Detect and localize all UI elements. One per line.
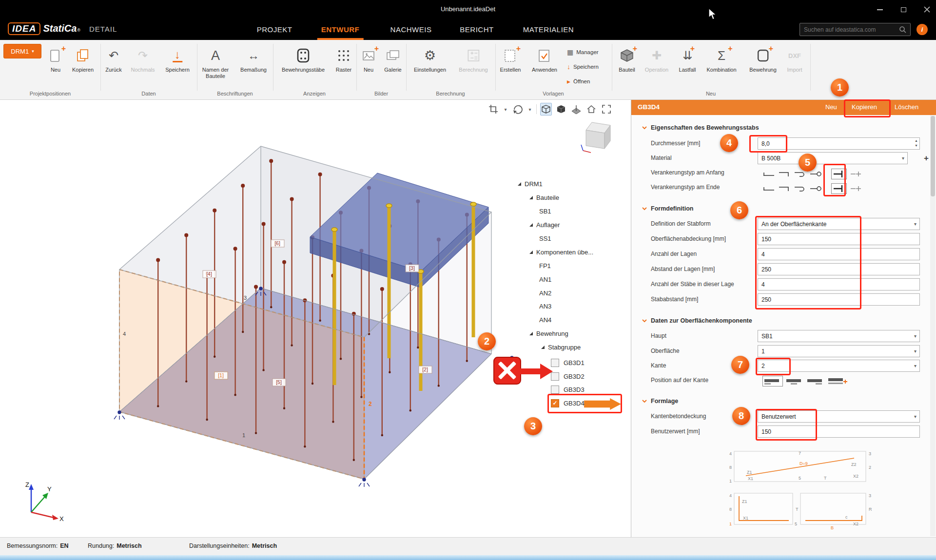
abstand-lagen-input[interactable]: 250 [758,263,920,275]
template-create-button[interactable]: + Erstellen [499,46,522,73]
tree-item-gb3d2[interactable]: GB3D2 [551,370,585,383]
new-picture-button[interactable]: + Neu [357,46,380,73]
oberflaechenabdeckung-input[interactable]: 150 [758,233,920,245]
tree-item-an2[interactable]: AN2 [539,287,551,299]
edge-position-icon[interactable] [785,377,804,386]
stababstand-input[interactable]: 250 [758,293,920,306]
menu-projekt[interactable]: PROJEKT [253,19,296,40]
tree-item-auflager[interactable]: Auflager [529,218,560,231]
section-formlage[interactable]: Formlage [642,398,678,405]
show-rebar-button[interactable]: Bewehrungsstäbe [282,46,325,73]
benutzerwert-input[interactable]: 150 [758,425,920,438]
new-load-case-button[interactable]: ⇊ Lastfall + [676,46,699,73]
edge-position-icon-selected[interactable] [762,376,783,386]
tree-item-gb3d4[interactable]: ✓GB3D4 [551,397,585,409]
info-icon[interactable]: i [916,24,928,35]
menu-materialien[interactable]: MATERIALIEN [519,19,578,40]
dimension-button[interactable]: ↔ Bemaßung [240,46,267,73]
chevron-down-icon[interactable]: ▾ [527,103,533,116]
menu-entwurf[interactable]: ENTWURF [317,19,364,40]
minimize-button[interactable] [875,4,885,15]
tree-item-bewehrung[interactable]: Bewehrung [529,327,568,340]
tree-item-an1[interactable]: AN1 [539,273,551,286]
close-button[interactable] [921,4,932,15]
crop-icon[interactable] [488,103,499,116]
settings-button[interactable]: ⚙ Einstellungen [414,46,446,73]
tree-item-gb3d1[interactable]: GB3D1 [551,356,585,369]
expander-icon[interactable] [529,196,533,199]
anzahl-lagen-input[interactable]: 4 [758,248,920,260]
anchor-head-icon-selected[interactable] [831,169,847,179]
anchor-hook90-icon[interactable] [778,185,791,193]
add-material-button[interactable]: + [924,154,929,163]
anchor-head-icon-selected[interactable] [831,183,847,194]
home-view-icon[interactable] [585,103,597,116]
new-project-position-button[interactable]: + Neu [44,46,67,73]
anchor-loop-icon[interactable] [809,185,822,193]
anchor-straight-icon[interactable] [762,185,775,193]
template-save-button[interactable]: ↓Speichern [567,61,599,72]
gallery-button[interactable]: Galerie [382,46,404,73]
tree-item-bauteile[interactable]: Bauteile [529,191,559,204]
solid-view-icon[interactable] [555,103,567,116]
haupt-dropdown[interactable]: SB1▾ [758,330,920,342]
anchor-straight-icon[interactable] [762,170,775,178]
new-button[interactable]: Neu [825,103,837,111]
3d-viewport[interactable]: 3 4 1 2 [6] [4] [3] [1] [5] [2] Z Y [0,100,626,537]
material-dropdown[interactable]: B 500B▾ [758,152,908,164]
template-apply-button[interactable]: Anwenden [532,46,557,73]
anzahl-staebe-input[interactable]: 4 [758,278,920,290]
anchor-add-icon[interactable] [850,185,862,193]
section-formdefinition[interactable]: Formdefinition [642,205,694,212]
section-eigenschaften[interactable]: Eigenschaften des Bewehrungsstabs [642,124,759,131]
edge-position-icon[interactable] [806,377,825,386]
anchor-hook90-icon[interactable] [778,170,791,178]
copy-position-button[interactable]: Kopieren [72,46,94,73]
search-box[interactable] [800,23,911,36]
tree-item-sb1[interactable]: SB1 [539,205,551,217]
scrollbar-thumb[interactable] [931,116,935,196]
copy-button[interactable]: Kopieren [852,103,877,111]
spinner-buttons[interactable]: ▲▼ [915,138,918,148]
section-oberflaechenkomponente[interactable]: Daten zur Oberflächenkomponente [642,317,752,324]
template-open-button[interactable]: ▸Öffnen [567,76,590,87]
undo-button[interactable]: ↶ Zurück [102,46,125,73]
expander-icon[interactable] [529,332,533,335]
kantenbetondeckung-dropdown[interactable]: Benutzerwert▾ [758,410,920,423]
view-rotate-icon[interactable] [512,103,524,116]
tree-item-stabgruppe[interactable]: Stabgruppe [541,341,581,353]
template-manager-button[interactable]: ▦Manager [567,47,599,58]
grid-button[interactable]: Raster [332,46,355,73]
stabform-dropdown[interactable]: An der Oberflächenkante▾ [758,218,920,230]
new-reinforcement-button[interactable]: + Bewehrung [749,46,777,73]
anchor-hook180-icon[interactable] [794,170,806,178]
edge-position-add-icon[interactable] [827,377,849,386]
durchmesser-input[interactable]: 8,0▲▼ [758,137,920,150]
checkbox[interactable] [551,386,559,394]
chevron-down-icon[interactable]: ▾ [503,103,508,116]
tree-item-an4[interactable]: AN4 [539,313,551,326]
new-combination-button[interactable]: Σ Kombination + [706,46,736,73]
wireframe-view-icon[interactable] [540,103,552,116]
search-input[interactable] [804,26,899,33]
menu-nachweis[interactable]: NACHWEIS [387,19,436,40]
expander-icon[interactable] [518,182,521,186]
menu-bericht[interactable]: BERICHT [456,19,497,40]
tree-item-ss1[interactable]: SS1 [539,232,551,245]
delete-button[interactable]: Löschen [895,103,918,111]
checkbox-checked[interactable]: ✓ [551,399,559,407]
member-names-button[interactable]: A Namen der Bauteile [199,46,232,79]
tree-item-an3[interactable]: AN3 [539,300,551,312]
view-cube[interactable] [581,122,610,153]
oberflaeche-dropdown[interactable]: 1▾ [758,345,920,357]
expander-icon[interactable] [541,346,545,349]
anchor-add-icon[interactable] [850,170,862,178]
expander-icon[interactable] [529,223,533,227]
new-member-button[interactable]: + Bauteil [616,46,638,73]
tree-item-drm1[interactable]: DRM1 [518,177,543,190]
project-position-selector[interactable]: DRM1▾ [3,44,41,58]
save-button[interactable]: ↓ Speichern [165,46,190,73]
anchor-hook180-icon[interactable] [794,185,806,193]
tree-item-gb3d3[interactable]: GB3D3 [551,383,585,396]
tree-item-fp1[interactable]: FP1 [539,259,551,272]
